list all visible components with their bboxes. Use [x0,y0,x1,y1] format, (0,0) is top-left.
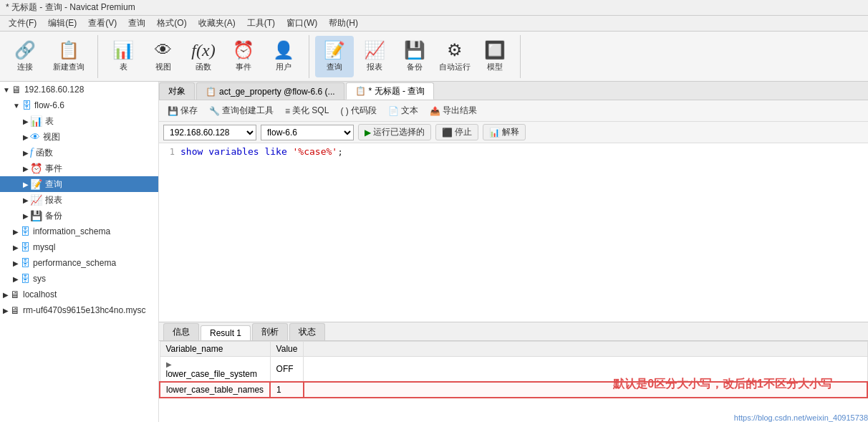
sidebar-query-label: 查询 [45,178,62,191]
query-icon: 📝 [30,178,42,190]
view-icon: 👁 [155,40,172,60]
expand-arrow-icon: ▶ [23,165,29,173]
sidebar-item-mysql[interactable]: ▶ 🗄 mysql [0,239,158,255]
tab-result1[interactable]: Result 1 [201,325,251,340]
tab-profile[interactable]: 剖析 [252,323,288,340]
connect-button[interactable]: 🔗 连接 [6,36,44,77]
beautify-label: 美化 SQL [292,105,329,117]
sidebar-reports-label: 报表 [45,194,62,206]
tab-result1-label: Result 1 [210,328,241,338]
run-label: 运行已选择的 [373,126,425,138]
sidebar-item-reports[interactable]: ▶ 📈 报表 [0,192,158,208]
function-button[interactable]: f(x) 函数 [184,36,223,77]
tab-info[interactable]: 信息 [163,323,199,340]
db-icon: 🗄 [21,100,32,111]
sidebar-item-query[interactable]: ▶ 📝 查询 [0,176,158,192]
expand-arrow-icon: ▶ [23,133,29,141]
explain-button[interactable]: 📊 解释 [483,124,526,140]
autorun-button[interactable]: ⚙ 自动运行 [435,36,474,77]
sidebar-item-sys[interactable]: ▶ 🗄 sys [0,271,158,287]
menu-edit[interactable]: 编辑(E) [42,16,82,31]
menu-format[interactable]: 格式(O) [151,16,192,31]
sql-semicolon: ; [337,146,343,157]
new-query-button[interactable]: 📋 新建查询 [46,36,92,77]
sidebar-item-perf-schema[interactable]: ▶ 🗄 performance_schema [0,255,158,271]
table-icon: 📊 [30,115,42,127]
sidebar-item-localhost[interactable]: ▶ 🖥 localhost [0,287,158,302]
tab-status[interactable]: 状态 [289,323,325,340]
db2-icon: 🗄 [20,226,30,237]
table-icon: 📊 [112,40,134,60]
model-label: 模型 [487,62,503,72]
menu-query[interactable]: 查询 [122,16,151,31]
sidebar-item-tables[interactable]: ▶ 📊 表 [0,113,158,129]
table-header-row: Variable_name Value [160,342,867,357]
sidebar-item-functions[interactable]: ▶ f 函数 [0,145,158,160]
sql-line-1: 1 show variables like '%case%'; [159,146,868,157]
event-button[interactable]: ⏰ 事件 [224,36,263,77]
run-selected-button[interactable]: ▶ 运行已选择的 [358,124,431,140]
save-button[interactable]: 💾 保存 [163,103,202,118]
tab-icon1: 📋 [206,87,216,97]
table-button[interactable]: 📊 表 [104,36,143,77]
model-button[interactable]: 🔲 模型 [476,36,514,77]
annotation-link: https://blog.csdn.net/weixin_40915738 [734,413,868,422]
function-icon: f(x) [191,41,215,60]
sidebar-item-rm[interactable]: ▶ 🖥 rm-uf6470s9615e13hc4no.mysc [0,302,158,318]
tab-act-ge-label: act_ge_property @flow-6.6 (... [219,87,335,97]
backup-button[interactable]: 💾 备份 [395,36,434,77]
sidebar-item-info-schema[interactable]: ▶ 🗄 information_schema [0,224,158,239]
create-tool-button[interactable]: 🔧 查询创建工具 [205,103,278,118]
menu-window[interactable]: 窗口(W) [281,16,323,31]
query-button[interactable]: 📝 查询 [315,36,354,77]
report-icon: 📈 [30,194,42,206]
stop-button[interactable]: ⬛ 停止 [435,124,478,140]
sidebar-item-server1[interactable]: ▼ 🖥 192.168.60.128 [0,82,158,97]
expand-arrow-icon: ▼ [3,86,10,94]
beautify-sql-button[interactable]: ≡ 美化 SQL [281,103,333,118]
menu-tools[interactable]: 工具(T) [241,16,281,31]
save-label: 保存 [180,105,198,117]
export-result-button[interactable]: 📤 导出结果 [425,103,481,118]
menu-file[interactable]: 文件(F) [3,16,42,31]
beautify-icon: ≡ [285,106,290,116]
db4-icon: 🗄 [20,257,30,269]
expand-arrow-icon: ▶ [13,275,19,283]
tab-icon2: 📋 [355,86,366,96]
view-button[interactable]: 👁 视图 [144,36,183,77]
line-number-1: 1 [159,146,180,157]
server-icon: 🖥 [11,84,21,95]
function-label: 函数 [196,62,211,72]
sidebar-item-backup[interactable]: ▶ 💾 备份 [0,208,158,224]
text-icon: 📄 [388,106,399,116]
tab-object[interactable]: 对象 [159,82,195,100]
event-icon: ⏰ [30,163,42,174]
sidebar-item-flow[interactable]: ▼ 🗄 flow-6.6 [0,97,158,113]
database-select[interactable]: flow-6.6 [261,125,354,140]
sidebar-item-views[interactable]: ▶ 👁 视图 [0,129,158,145]
sidebar-backup-label: 备份 [45,210,62,222]
tab-bar: 对象 📋 act_ge_property @flow-6.6 (... 📋 * … [159,82,868,100]
sidebar-item-events[interactable]: ▶ ⏰ 事件 [0,160,158,176]
report-button[interactable]: 📈 报表 [355,36,394,77]
sidebar-rm-label: rm-uf6470s9615e13hc4no.mysc [23,305,145,315]
tab-untitled-query[interactable]: 📋 * 无标题 - 查询 [346,82,435,100]
menu-help[interactable]: 帮助(H) [323,16,364,31]
connection-select[interactable]: 192.168.60.128 [163,125,256,140]
user-button[interactable]: 👤 用户 [264,36,303,77]
tab-act-ge[interactable]: 📋 act_ge_property @flow-6.6 (... [196,82,344,100]
explain-icon: 📊 [489,128,500,138]
cell-value-1: OFF [270,357,304,383]
db5-icon: 🗄 [20,273,30,284]
expand-arrow-icon: ▶ [3,291,9,299]
menu-favorites[interactable]: 收藏夹(A) [193,16,241,31]
col-empty [304,342,867,357]
menu-view[interactable]: 查看(V) [82,16,122,31]
report-label: 报表 [367,62,382,72]
code-block-button[interactable]: ( ) 代码段 [336,103,380,118]
view-label: 视图 [155,62,171,72]
result-table-container: Variable_name Value ▶ lower_case_file_sy… [159,341,868,422]
text-button[interactable]: 📄 文本 [384,103,423,118]
model-icon: 🔲 [484,40,506,60]
sql-editor[interactable]: 1 show variables like '%case%'; [159,143,868,322]
